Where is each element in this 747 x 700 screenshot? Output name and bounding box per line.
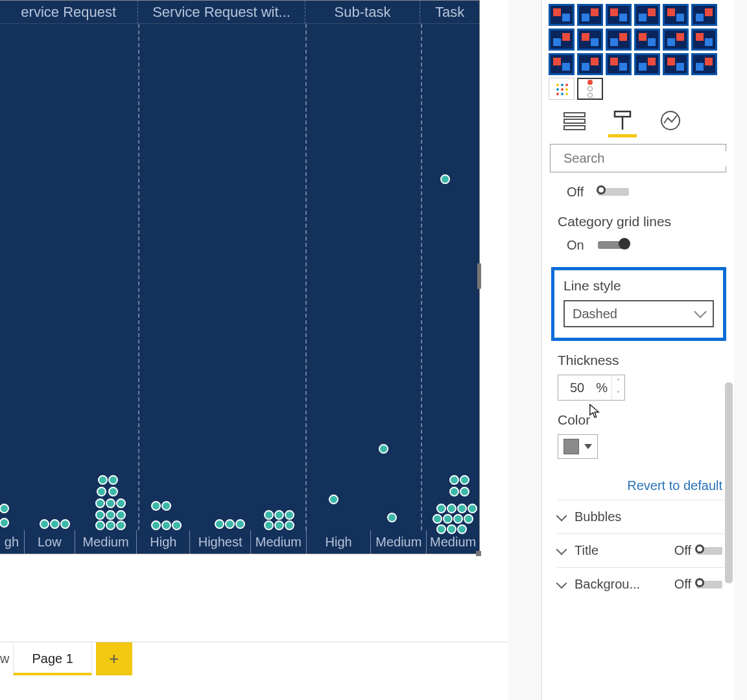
data-point[interactable] [106, 510, 115, 520]
data-point[interactable] [433, 514, 442, 524]
data-point[interactable] [98, 475, 108, 485]
data-point[interactable] [161, 520, 171, 530]
viz-type-icon[interactable] [606, 4, 632, 26]
data-point[interactable] [285, 510, 294, 520]
viz-type-icon[interactable] [663, 4, 689, 26]
background-section[interactable]: Backgrou... Off [558, 567, 726, 601]
data-point[interactable] [95, 510, 105, 520]
data-point[interactable] [387, 513, 397, 522]
column-header[interactable]: Sub-task [305, 1, 420, 23]
data-point[interactable] [106, 520, 115, 530]
chart-visual[interactable]: ervice RequestService Request wit...Sub-… [0, 0, 480, 554]
data-point[interactable] [235, 519, 245, 529]
column-header[interactable]: ervice Request [0, 1, 137, 23]
viz-type-icon[interactable] [663, 53, 689, 75]
data-point[interactable] [264, 520, 274, 530]
data-point[interactable] [116, 498, 126, 508]
data-point[interactable] [453, 514, 463, 524]
resize-handle-right[interactable] [477, 263, 481, 289]
data-point[interactable] [116, 510, 126, 520]
viz-type-icon[interactable] [549, 4, 575, 26]
viz-type-icon[interactable] [663, 29, 689, 51]
data-point[interactable] [161, 501, 171, 511]
data-point[interactable] [460, 475, 469, 485]
data-point[interactable] [464, 514, 473, 524]
data-point[interactable] [225, 519, 235, 529]
data-point[interactable] [449, 487, 459, 496]
viz-type-icon[interactable] [549, 29, 575, 51]
search-input[interactable] [563, 151, 728, 166]
line-style-dropdown[interactable]: Dashed [563, 300, 714, 327]
data-point[interactable] [457, 504, 467, 513]
import-visual-icon[interactable] [549, 78, 575, 100]
data-point[interactable] [151, 501, 161, 511]
viz-type-icon[interactable] [577, 4, 603, 26]
viz-type-icon[interactable] [691, 53, 717, 75]
background-toggle[interactable]: Off [674, 577, 722, 592]
data-point[interactable] [97, 487, 106, 496]
spinner-arrows[interactable]: ˄˅ [611, 375, 624, 400]
viz-type-icon[interactable] [606, 29, 632, 51]
color-picker[interactable] [558, 434, 598, 459]
data-point[interactable] [285, 520, 294, 530]
viz-type-icon[interactable] [577, 53, 603, 75]
data-point[interactable] [468, 504, 477, 513]
data-point[interactable] [274, 520, 284, 530]
chevron-up-icon[interactable]: ˄ [612, 375, 624, 388]
viz-type-icon[interactable] [577, 29, 603, 51]
viz-type-icon[interactable] [549, 53, 575, 75]
data-point[interactable] [108, 475, 118, 485]
data-point[interactable] [40, 519, 49, 529]
report-canvas[interactable]: ervice RequestService Request wit...Sub-… [0, 0, 508, 700]
viz-type-icon[interactable] [634, 4, 660, 26]
data-point[interactable] [329, 495, 338, 504]
data-point[interactable] [449, 475, 459, 485]
viz-type-icon[interactable] [634, 29, 660, 51]
thickness-spinner[interactable]: 50 % ˄˅ [558, 375, 625, 401]
data-point[interactable] [95, 520, 105, 530]
data-point[interactable] [274, 510, 284, 520]
custom-visual-icon[interactable] [577, 78, 603, 100]
data-point[interactable] [106, 498, 115, 508]
category-grid-toggle[interactable] [598, 241, 629, 249]
revert-to-default-link[interactable]: Revert to default [558, 478, 722, 493]
analytics-tab-icon[interactable] [658, 109, 683, 132]
bubbles-section[interactable]: Bubbles [558, 500, 726, 533]
resize-handle-corner[interactable] [476, 551, 481, 556]
page-tab-partial[interactable]: w [0, 642, 14, 675]
data-point[interactable] [215, 519, 224, 529]
data-point[interactable] [436, 504, 446, 513]
prev-option-toggle-row: Off [567, 183, 726, 201]
add-page-button[interactable]: + [96, 642, 132, 675]
title-section[interactable]: Title Off [558, 533, 726, 567]
data-point[interactable] [443, 514, 453, 524]
column-header[interactable]: Service Request wit... [137, 1, 304, 23]
format-search-box[interactable] [550, 144, 726, 172]
data-point[interactable] [151, 520, 161, 530]
viz-type-icon[interactable] [606, 53, 632, 75]
data-point[interactable] [440, 174, 450, 184]
data-point[interactable] [50, 519, 60, 529]
data-point[interactable] [460, 487, 469, 496]
column-header[interactable]: Task [420, 1, 479, 23]
page-tab-page1[interactable]: Page 1 [14, 642, 91, 675]
data-point[interactable] [172, 520, 182, 530]
viz-type-icon[interactable] [691, 29, 717, 51]
data-point[interactable] [0, 504, 9, 513]
data-point[interactable] [116, 520, 126, 530]
data-point[interactable] [60, 519, 70, 529]
toggle-switch[interactable] [598, 188, 629, 196]
viz-type-icon[interactable] [634, 53, 660, 75]
data-point[interactable] [108, 487, 118, 496]
data-point[interactable] [0, 518, 9, 528]
chevron-down-icon[interactable]: ˅ [612, 388, 624, 400]
viz-type-icon[interactable] [691, 4, 717, 26]
format-tab-icon[interactable] [610, 109, 635, 132]
data-point[interactable] [95, 498, 105, 508]
data-point[interactable] [447, 504, 456, 513]
data-point[interactable] [379, 444, 388, 454]
title-toggle[interactable]: Off [674, 543, 722, 558]
fields-tab-icon[interactable] [562, 109, 587, 132]
data-point[interactable] [264, 510, 274, 520]
pane-scrollbar[interactable] [725, 382, 733, 583]
